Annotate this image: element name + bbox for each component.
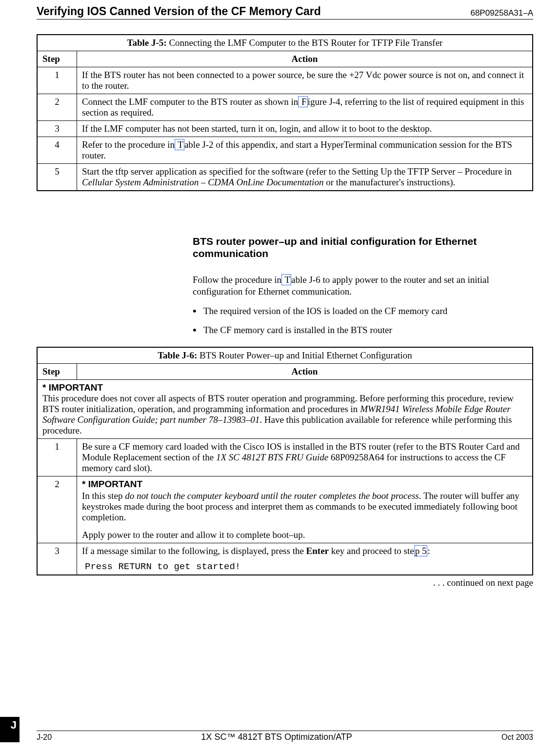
step-action: Refer to the procedure in Table J-2 of t… [77, 137, 533, 164]
col-action: Action [77, 363, 533, 379]
step-num: 4 [37, 137, 77, 164]
continued-label: . . . continued on next page [37, 577, 533, 588]
table-row: 2 Connect the LMF computer to the BTS ro… [37, 94, 533, 121]
col-step: Step [37, 51, 77, 67]
footer-title: 1X SC™ 4812T BTS Optimization/ATP [201, 732, 352, 742]
step-action: If the LMF computer has not been started… [77, 121, 533, 137]
step-action: Be sure a CF memory card loaded with the… [77, 438, 533, 476]
table-j5: Table J-5: Connecting the LMF Computer t… [37, 34, 533, 191]
section-heading: BTS router power–up and initial configur… [193, 235, 533, 259]
step-num: 5 [37, 164, 77, 191]
step-action: * IMPORTANT In this step do not touch th… [77, 476, 533, 543]
link-step[interactable]: p 5 [414, 545, 428, 556]
step-action: Start the tftp server application as spe… [77, 164, 533, 191]
table-row: 4 Refer to the procedure in Table J-2 of… [37, 137, 533, 164]
code-output: Press RETURN to get started! [85, 561, 527, 572]
table-j5-title: Table J-5: Connecting the LMF Computer t… [37, 35, 533, 51]
link-table-j6[interactable]: T [281, 274, 291, 285]
col-action: Action [77, 51, 533, 67]
table-row: 1 If the BTS router has not been connect… [37, 67, 533, 94]
table-row: 3 If a message similar to the following,… [37, 543, 533, 575]
table-row: * IMPORTANT This procedure does not cove… [37, 379, 533, 438]
link-figure[interactable]: F [298, 96, 307, 107]
table-row: 3 If the LMF computer has not been start… [37, 121, 533, 137]
section-body: Follow the procedure in Table J-6 to app… [193, 274, 533, 337]
table-row: 1 Be sure a CF memory card loaded with t… [37, 438, 533, 476]
doc-number: 68P09258A31–A [470, 8, 533, 18]
page-title: Verifying IOS Canned Version of the CF M… [37, 5, 321, 18]
link-table[interactable]: T [175, 139, 184, 150]
step-num: 1 [37, 67, 77, 94]
important-note: * IMPORTANT This procedure does not cove… [37, 379, 533, 438]
footer-date: Oct 2003 [501, 733, 533, 742]
table-j6: Table J-6: BTS Router Power–up and Initi… [37, 347, 533, 575]
col-step: Step [37, 363, 77, 379]
list-item: The required version of the IOS is loade… [193, 304, 533, 318]
step-num: 1 [37, 438, 77, 476]
step-num: 3 [37, 543, 77, 575]
step-num: 2 [37, 94, 77, 121]
step-num: 2 [37, 476, 77, 543]
step-action: If a message similar to the following, i… [77, 543, 533, 575]
table-row: 5 Start the tftp server application as s… [37, 164, 533, 191]
step-action: Connect the LMF computer to the BTS rout… [77, 94, 533, 121]
table-row: 2 * IMPORTANT In this step do not touch … [37, 476, 533, 543]
section-tab: J [0, 717, 20, 742]
footer-page: J-20 [37, 733, 52, 742]
list-item: The CF memory card is installed in the B… [193, 323, 533, 337]
step-num: 3 [37, 121, 77, 137]
step-action: If the BTS router has not been connected… [77, 67, 533, 94]
table-j6-title: Table J-6: BTS Router Power–up and Initi… [37, 347, 533, 364]
